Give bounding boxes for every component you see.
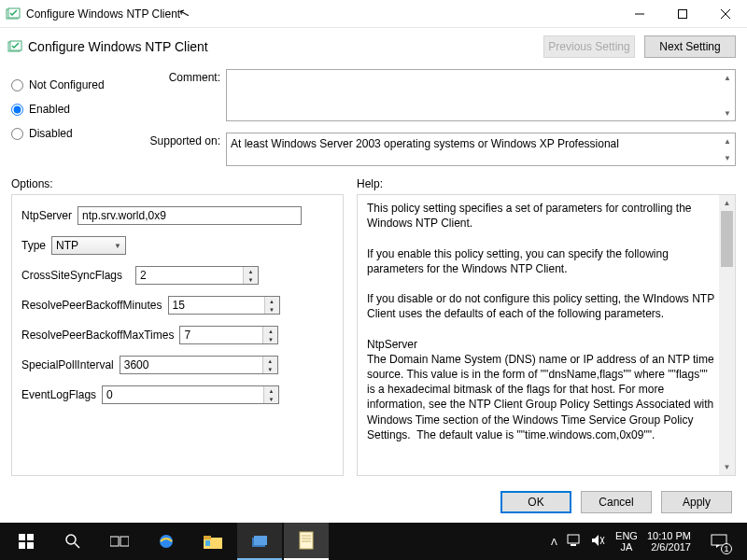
- window-maximize-button[interactable]: [661, 0, 704, 28]
- task-view-button[interactable]: [97, 523, 142, 560]
- spin-down-icon[interactable]: ▼: [263, 335, 277, 343]
- radio-disabled-label: Disabled: [29, 127, 73, 140]
- scroll-up-icon[interactable]: ▲: [720, 133, 735, 148]
- taskbar-gpedit-icon[interactable]: [237, 523, 282, 560]
- chevron-down-icon: ▼: [114, 242, 121, 250]
- supported-scrollbar[interactable]: ▲▼: [720, 133, 735, 165]
- svg-rect-14: [110, 537, 119, 546]
- eventlog-value[interactable]: [103, 388, 263, 401]
- scrollbar-thumb[interactable]: [721, 211, 733, 267]
- svg-rect-8: [19, 534, 25, 540]
- taskbar-ie-icon[interactable]: [144, 523, 189, 560]
- scroll-down-icon[interactable]: ▼: [719, 459, 735, 475]
- crosssite-value[interactable]: [136, 269, 243, 282]
- window-minimize-button[interactable]: [618, 0, 661, 28]
- type-label: Type: [21, 239, 46, 252]
- crosssite-stepper[interactable]: ▲▼: [135, 266, 259, 285]
- comment-label: Comment:: [142, 69, 220, 84]
- specialpoll-stepper[interactable]: ▲▼: [120, 356, 278, 374]
- radio-not-configured[interactable]: Not Configured: [11, 78, 133, 91]
- help-panel: This policy setting specifies a set of p…: [357, 194, 736, 476]
- ntpserver-label: NtpServer: [21, 209, 72, 222]
- cancel-button[interactable]: Cancel: [581, 491, 652, 513]
- policy-title: Configure Windows NTP Client: [28, 39, 208, 54]
- resolvemin-label: ResolvePeerBackoffMinutes: [21, 299, 162, 312]
- resolvemin-stepper[interactable]: ▲▼: [168, 296, 280, 315]
- spin-down-icon[interactable]: ▼: [244, 275, 258, 284]
- spin-up-icon[interactable]: ▲: [264, 386, 278, 395]
- radio-not-configured-label: Not Configured: [29, 78, 105, 91]
- svg-rect-3: [679, 9, 687, 18]
- ntpserver-input[interactable]: [78, 206, 302, 225]
- svg-marker-28: [592, 535, 599, 546]
- scroll-up-icon[interactable]: ▲: [720, 70, 735, 85]
- spin-up-icon[interactable]: ▲: [263, 327, 277, 335]
- ok-button[interactable]: OK: [500, 491, 571, 513]
- svg-rect-26: [568, 535, 579, 543]
- comment-textarea[interactable]: ▲▼: [226, 69, 736, 121]
- start-button[interactable]: [4, 523, 49, 560]
- help-scrollbar[interactable]: ▲ ▼: [719, 195, 735, 475]
- svg-rect-15: [120, 537, 129, 546]
- tray-volume-icon[interactable]: [591, 534, 606, 549]
- tray-chevron-icon[interactable]: ᐱ: [551, 537, 557, 547]
- supported-value: At least Windows Server 2003 operating s…: [231, 137, 619, 150]
- next-setting-button[interactable]: Next Setting: [644, 35, 736, 58]
- radio-disabled[interactable]: Disabled: [11, 127, 133, 140]
- specialpoll-value[interactable]: [120, 358, 262, 371]
- spin-up-icon[interactable]: ▲: [263, 357, 277, 365]
- taskbar-notepad-icon[interactable]: [284, 523, 329, 560]
- help-section-label: Help:: [357, 177, 736, 194]
- svg-rect-19: [205, 540, 210, 546]
- tray-lang-primary: ENG: [615, 530, 638, 541]
- help-text: This policy setting specifies a set of p…: [367, 201, 735, 469]
- resolvemax-stepper[interactable]: ▲▼: [179, 326, 278, 344]
- svg-rect-21: [254, 536, 267, 545]
- svg-rect-9: [27, 534, 34, 540]
- resolvemin-value[interactable]: [169, 299, 264, 312]
- scroll-down-icon[interactable]: ▼: [720, 105, 735, 120]
- options-panel: NtpServer Type NTP ▼ CrossSiteSyncFlags …: [11, 194, 344, 476]
- supported-textarea: At least Windows Server 2003 operating s…: [226, 133, 736, 166]
- radio-enabled[interactable]: Enabled: [11, 103, 133, 116]
- policy-icon: [7, 39, 22, 54]
- svg-rect-22: [300, 532, 313, 549]
- window-title: Configure Windows NTP Client: [26, 7, 180, 21]
- spin-up-icon[interactable]: ▲: [265, 297, 279, 305]
- supported-label: Supported on:: [142, 133, 220, 147]
- window-titlebar: Configure Windows NTP Client: [0, 0, 747, 28]
- window-close-button[interactable]: [704, 0, 747, 28]
- tray-clock[interactable]: 10:10 PM2/6/2017: [647, 530, 691, 553]
- svg-rect-18: [204, 536, 211, 539]
- spin-down-icon[interactable]: ▼: [265, 305, 279, 314]
- svg-point-12: [66, 535, 76, 544]
- apply-button[interactable]: Apply: [661, 491, 732, 513]
- comment-scrollbar[interactable]: ▲▼: [720, 70, 735, 120]
- taskbar-explorer-icon[interactable]: [190, 523, 235, 560]
- scroll-up-icon[interactable]: ▲: [719, 195, 735, 211]
- spin-down-icon[interactable]: ▼: [264, 395, 278, 403]
- tray-lang-secondary: JA: [615, 541, 638, 553]
- scroll-down-icon[interactable]: ▼: [720, 150, 735, 165]
- resolvemax-label: ResolvePeerBackoffMaxTimes: [21, 329, 174, 342]
- type-select[interactable]: NTP ▼: [51, 236, 126, 255]
- crosssite-label: CrossSiteSyncFlags: [21, 269, 130, 282]
- spin-down-icon[interactable]: ▼: [263, 365, 277, 373]
- search-button[interactable]: [50, 523, 95, 560]
- resolvemax-value[interactable]: [180, 329, 262, 342]
- tray-date: 2/6/2017: [647, 541, 691, 553]
- eventlog-label: EventLogFlags: [21, 388, 96, 401]
- options-section-label: Options:: [11, 177, 344, 194]
- tray-action-center[interactable]: 1: [700, 523, 738, 560]
- tray-network-icon[interactable]: [567, 534, 582, 549]
- eventlog-stepper[interactable]: ▲▼: [102, 385, 279, 404]
- type-select-value: NTP: [56, 239, 78, 252]
- spin-up-icon[interactable]: ▲: [244, 267, 258, 275]
- svg-rect-10: [19, 542, 25, 549]
- tray-language[interactable]: ENGJA: [615, 530, 638, 553]
- svg-rect-11: [27, 542, 34, 549]
- taskbar: ᐱ ENGJA 10:10 PM2/6/2017 1: [0, 523, 747, 560]
- app-icon: [6, 7, 21, 21]
- previous-setting-button: Previous Setting: [543, 35, 635, 58]
- dialog-button-row: OK Cancel Apply: [0, 482, 747, 523]
